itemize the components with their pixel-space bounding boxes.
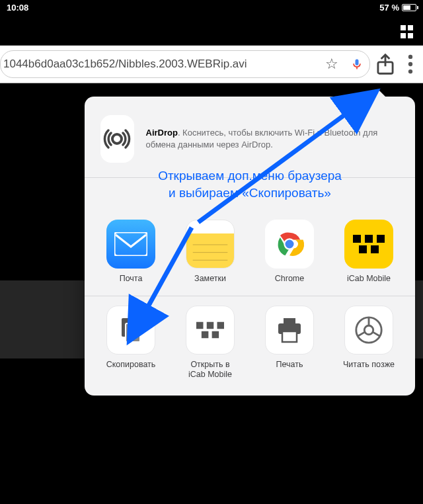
svg-rect-26 (282, 331, 297, 342)
voice-search-button[interactable] (344, 50, 369, 78)
status-bar: 10:08 57 % (0, 0, 423, 15)
battery-pct: 57 % (379, 3, 399, 13)
chrome-outline-icon (344, 306, 393, 355)
share-app-icab[interactable]: iCab Mobile (332, 220, 405, 284)
action-open-icab[interactable]: Открыть в iCab Mobile (174, 306, 247, 380)
share-icon (373, 52, 398, 77)
svg-rect-24 (284, 318, 295, 323)
svg-rect-21 (217, 322, 225, 329)
share-app-notes[interactable]: Заметки (174, 220, 247, 284)
svg-point-28 (364, 326, 373, 335)
action-print[interactable]: Печать (253, 306, 326, 380)
share-actions-row: Скопировать Открыть в iCab Mobile Печать… (85, 296, 415, 396)
share-button[interactable] (373, 50, 398, 78)
kebab-icon (398, 52, 423, 77)
app-label: Chrome (275, 274, 304, 284)
app-label: Почта (120, 274, 143, 284)
omnibox[interactable]: 1044b6d0aa03c1b652/Nibbles.2003.WEBRip.a… (0, 50, 370, 78)
airdrop-description: AirDrop. Коснитесь, чтобы включить Wi-Fi… (146, 127, 400, 151)
action-label: Читать позже (343, 360, 395, 370)
action-read-later[interactable]: Читать позже (332, 306, 405, 380)
tab-switcher-icon[interactable] (401, 25, 414, 38)
browser-toolbar: 1044b6d0aa03c1b652/Nibbles.2003.WEBRip.a… (0, 45, 423, 83)
chrome-icon (265, 220, 314, 269)
icab-icon (344, 220, 393, 269)
svg-rect-19 (196, 322, 204, 329)
action-label: Открыть в iCab Mobile (188, 360, 232, 380)
battery-icon (402, 4, 416, 11)
action-label: Печать (276, 360, 303, 370)
svg-rect-23 (212, 331, 219, 339)
svg-point-1 (408, 55, 412, 59)
copy-icon (106, 306, 155, 355)
mic-icon (350, 58, 364, 71)
print-icon (265, 306, 314, 355)
icab-action-icon (186, 306, 235, 355)
svg-rect-20 (207, 322, 214, 329)
star-icon: ☆ (325, 56, 338, 73)
svg-rect-13 (365, 235, 373, 243)
action-label: Скопировать (106, 360, 156, 370)
page-content: AirDrop. Коснитесь, чтобы включить Wi-Fi… (0, 83, 423, 504)
action-copy[interactable]: Скопировать (95, 306, 167, 380)
svg-point-2 (408, 62, 412, 66)
share-app-mail[interactable]: Почта (95, 220, 167, 284)
menu-button[interactable] (398, 50, 423, 78)
share-sheet: AirDrop. Коснитесь, чтобы включить Wi-Fi… (85, 97, 415, 396)
mail-icon (106, 220, 155, 269)
svg-point-4 (112, 134, 122, 144)
app-label: iCab Mobile (347, 274, 391, 284)
svg-point-3 (408, 69, 412, 73)
svg-rect-14 (377, 235, 385, 243)
tutorial-annotation: Открываем доп.меню браузера и выбираем «… (85, 166, 415, 210)
browser-top-area (0, 15, 423, 45)
app-label: Заметки (194, 274, 226, 284)
svg-rect-15 (359, 245, 367, 253)
status-time: 10:08 (7, 3, 28, 13)
bookmark-button[interactable]: ☆ (319, 50, 344, 78)
svg-rect-5 (114, 232, 147, 256)
svg-rect-12 (353, 235, 361, 243)
svg-rect-22 (202, 331, 209, 339)
share-apps-row: Почта Заметки Chrome iCab Mobile (85, 210, 415, 296)
airdrop-icon (100, 115, 134, 163)
notes-icon (186, 220, 235, 269)
svg-rect-18 (126, 323, 140, 342)
svg-rect-16 (371, 245, 379, 253)
share-app-chrome[interactable]: Chrome (253, 220, 326, 284)
url-text: 1044b6d0aa03c1b652/Nibbles.2003.WEBRip.a… (1, 58, 319, 71)
